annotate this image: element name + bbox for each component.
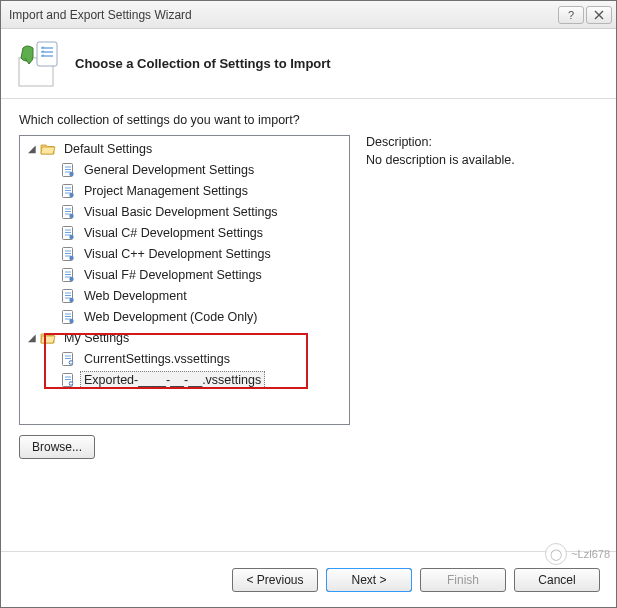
- tree-item-label: Project Management Settings: [80, 182, 252, 200]
- next-button[interactable]: Next >: [326, 568, 412, 592]
- browse-button[interactable]: Browse...: [19, 435, 95, 459]
- tree-folder[interactable]: ◢My Settings: [20, 327, 349, 348]
- svg-point-22: [69, 213, 73, 217]
- tree-item-label: Web Development: [80, 287, 191, 305]
- description-label: Description:: [366, 135, 598, 149]
- settings-file-icon: [60, 351, 76, 367]
- tree-item[interactable]: ▸Visual Basic Development Settings: [20, 201, 349, 222]
- settings-file-icon: [60, 204, 76, 220]
- description-text: No description is available.: [366, 153, 598, 167]
- wizard-window: Import and Export Settings Wizard ? Choo…: [0, 0, 617, 608]
- finish-button[interactable]: Finish: [420, 568, 506, 592]
- wizard-body: Which collection of settings do you want…: [1, 99, 616, 551]
- tree-item[interactable]: ▸Visual C++ Development Settings: [20, 243, 349, 264]
- collapse-icon[interactable]: ◢: [26, 143, 38, 154]
- settings-file-icon: [60, 225, 76, 241]
- svg-point-37: [69, 276, 73, 280]
- tree-item-label: General Development Settings: [80, 161, 258, 179]
- settings-tree[interactable]: ◢Default Settings▸General Development Se…: [19, 135, 350, 425]
- settings-file-icon: [60, 309, 76, 325]
- svg-point-6: [42, 50, 44, 52]
- svg-point-5: [42, 46, 44, 48]
- tree-item[interactable]: ▸General Development Settings: [20, 159, 349, 180]
- tree-item[interactable]: ▸Project Management Settings: [20, 180, 349, 201]
- wizard-footer: < Previous Next > Finish Cancel: [1, 551, 616, 607]
- svg-point-42: [69, 297, 73, 301]
- svg-point-47: [69, 318, 73, 322]
- tree-folder-label: My Settings: [60, 329, 133, 347]
- folder-icon: [40, 141, 56, 157]
- cancel-button[interactable]: Cancel: [514, 568, 600, 592]
- watermark: ◯ ~Lzl678: [545, 543, 610, 565]
- tree-item[interactable]: ▸Web Development: [20, 285, 349, 306]
- tree-item-label: CurrentSettings.vssettings: [80, 350, 234, 368]
- tree-item[interactable]: ▸CurrentSettings.vssettings: [20, 348, 349, 369]
- previous-button[interactable]: < Previous: [232, 568, 318, 592]
- tree-item-label: Web Development (Code Only): [80, 308, 261, 326]
- svg-point-7: [42, 54, 44, 56]
- tree-item-label: Visual C++ Development Settings: [80, 245, 275, 263]
- tree-folder-label: Default Settings: [60, 140, 156, 158]
- settings-file-icon: [60, 162, 76, 178]
- settings-file-icon: [60, 372, 76, 388]
- help-button[interactable]: ?: [558, 6, 584, 24]
- tree-item[interactable]: ▸Web Development (Code Only): [20, 306, 349, 327]
- window-title: Import and Export Settings Wizard: [9, 8, 192, 22]
- close-button[interactable]: [586, 6, 612, 24]
- prompt-text: Which collection of settings do you want…: [19, 113, 598, 127]
- svg-point-27: [69, 234, 73, 238]
- tree-item[interactable]: ▸Exported-____-__-__.vssettings: [20, 369, 349, 390]
- svg-point-12: [69, 171, 73, 175]
- wizard-header: Choose a Collection of Settings to Impor…: [1, 29, 616, 99]
- settings-file-icon: [60, 183, 76, 199]
- import-settings-icon: [13, 38, 61, 90]
- tree-item-label: Visual F# Development Settings: [80, 266, 266, 284]
- tree-item-label: Visual C# Development Settings: [80, 224, 267, 242]
- svg-rect-1: [37, 42, 57, 66]
- folder-icon: [40, 330, 56, 346]
- tree-item[interactable]: ▸Visual F# Development Settings: [20, 264, 349, 285]
- tree-folder[interactable]: ◢Default Settings: [20, 138, 349, 159]
- titlebar: Import and Export Settings Wizard ?: [1, 1, 616, 29]
- tree-item-label: Exported-____-__-__.vssettings: [80, 371, 265, 389]
- watermark-text: ~Lzl678: [571, 548, 610, 560]
- description-panel: Description: No description is available…: [366, 135, 598, 551]
- tree-item-label: Visual Basic Development Settings: [80, 203, 282, 221]
- tree-item[interactable]: ▸Visual C# Development Settings: [20, 222, 349, 243]
- collapse-icon[interactable]: ◢: [26, 332, 38, 343]
- watermark-avatar-icon: ◯: [545, 543, 567, 565]
- settings-file-icon: [60, 246, 76, 262]
- svg-point-17: [69, 192, 73, 196]
- settings-file-icon: [60, 288, 76, 304]
- svg-point-32: [69, 255, 73, 259]
- page-title: Choose a Collection of Settings to Impor…: [75, 56, 331, 71]
- settings-file-icon: [60, 267, 76, 283]
